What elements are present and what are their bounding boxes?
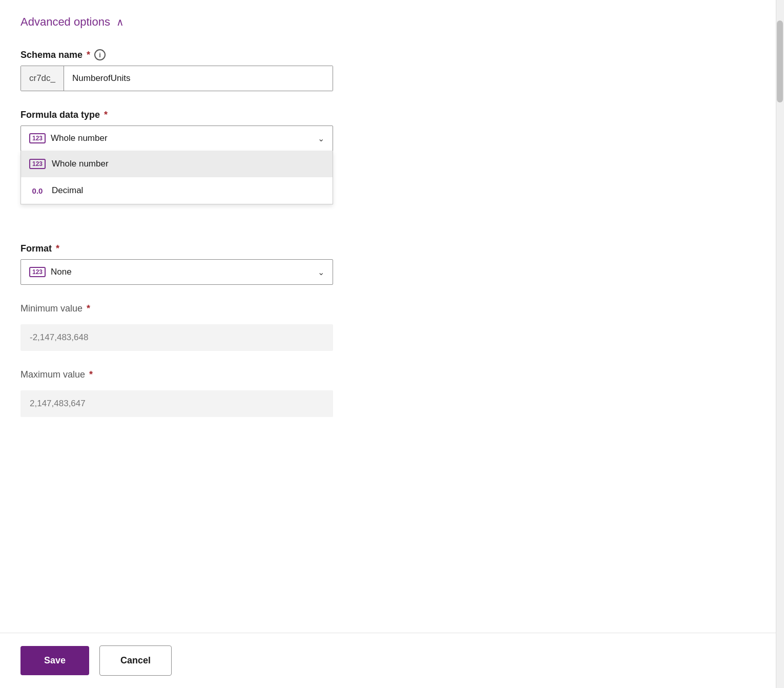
main-container: Advanced options ∧ Schema name * i cr7dc… bbox=[0, 0, 758, 463]
schema-name-info-icon[interactable]: i bbox=[94, 49, 106, 60]
advanced-options-label: Advanced options bbox=[20, 15, 110, 29]
decimal-label: Decimal bbox=[52, 185, 83, 196]
formula-data-type-selected: Whole number bbox=[51, 133, 108, 143]
schema-name-section: Schema name * i cr7dc_ bbox=[20, 49, 738, 91]
whole-number-label: Whole number bbox=[52, 159, 109, 169]
min-value-section: Minimum value * bbox=[20, 303, 738, 351]
formula-data-type-option-whole-number[interactable]: 123 Whole number bbox=[21, 151, 333, 177]
schema-input-wrapper: cr7dc_ bbox=[20, 66, 333, 91]
formula-data-type-option-decimal[interactable]: 0.0 Decimal bbox=[21, 177, 333, 204]
format-chevron: ⌄ bbox=[318, 267, 324, 277]
schema-name-required: * bbox=[87, 50, 90, 60]
max-value-section: Maximum value * bbox=[20, 369, 738, 417]
max-value-label: Maximum value * bbox=[20, 369, 738, 380]
format-label: Format * bbox=[20, 243, 738, 254]
format-required: * bbox=[56, 243, 59, 254]
scrollbar[interactable] bbox=[776, 0, 784, 688]
advanced-options-toggle[interactable]: Advanced options ∧ bbox=[20, 15, 738, 29]
schema-name-label: Schema name * i bbox=[20, 49, 738, 60]
format-dropdown[interactable]: 123 None ⌄ bbox=[20, 259, 333, 285]
scrollbar-thumb[interactable] bbox=[777, 20, 783, 102]
formula-data-type-dropdown-wrapper: 123 Whole number ⌄ 123 Whole number 0.0 … bbox=[20, 126, 333, 151]
min-value-label: Minimum value * bbox=[20, 303, 738, 314]
formula-data-type-menu: 123 Whole number 0.0 Decimal bbox=[20, 151, 333, 204]
formula-data-type-chevron: ⌄ bbox=[318, 134, 324, 143]
cancel-button[interactable]: Cancel bbox=[99, 645, 172, 676]
decimal-icon: 0.0 bbox=[29, 186, 46, 195]
schema-prefix: cr7dc_ bbox=[21, 66, 64, 91]
min-value-required: * bbox=[87, 303, 90, 314]
formula-data-type-required: * bbox=[104, 110, 108, 120]
max-value-input[interactable] bbox=[20, 390, 333, 417]
min-value-input[interactable] bbox=[20, 324, 333, 351]
format-icon: 123 bbox=[29, 267, 46, 277]
formula-data-type-section: Formula data type * 123 Whole number ⌄ 1… bbox=[20, 110, 738, 151]
save-button[interactable]: Save bbox=[20, 646, 89, 675]
format-selected: None bbox=[51, 267, 72, 277]
whole-number-icon: 123 bbox=[29, 159, 46, 169]
formula-data-type-label: Formula data type * bbox=[20, 110, 738, 120]
schema-name-input[interactable] bbox=[64, 66, 333, 91]
format-dropdown-wrapper: 123 None ⌄ bbox=[20, 259, 333, 285]
footer: Save Cancel bbox=[0, 633, 784, 688]
format-section: Format * 123 None ⌄ bbox=[20, 243, 738, 285]
formula-data-type-dropdown[interactable]: 123 Whole number ⌄ bbox=[20, 126, 333, 151]
formula-data-type-icon: 123 bbox=[29, 133, 46, 143]
max-value-required: * bbox=[89, 369, 93, 380]
chevron-up-icon: ∧ bbox=[116, 16, 124, 28]
